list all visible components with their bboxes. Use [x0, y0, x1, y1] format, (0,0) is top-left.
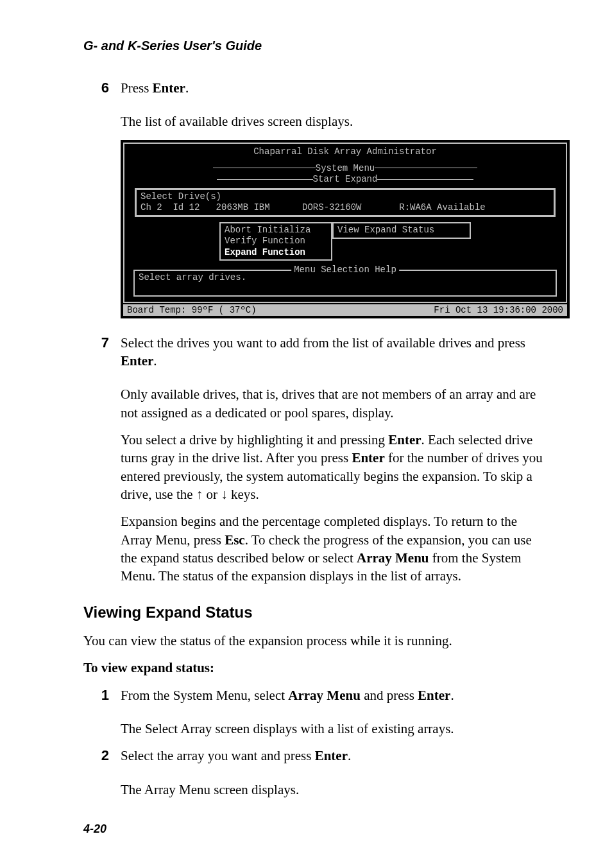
text: .: [185, 80, 189, 96]
help-label: Menu Selection Help: [291, 265, 399, 275]
page-number: 4-20: [83, 822, 106, 836]
status-bar: Board Temp: 99ºF ( 37ºC) Fri Oct 13 19:3…: [123, 304, 567, 316]
verify-line: Verify Function: [225, 236, 327, 247]
step-number: 6: [83, 80, 121, 96]
page-header: G- and K-Series User's Guide: [83, 39, 548, 53]
text: and press: [361, 688, 418, 703]
key-enter: Enter: [388, 432, 421, 447]
view-heading: To view expand status:: [83, 659, 548, 677]
step-number: 7: [83, 334, 121, 351]
key-enter: Enter: [153, 80, 185, 96]
view-intro: You can view the status of the expansion…: [83, 632, 548, 650]
function-row: Abort Initializa Verify Function Expand …: [148, 220, 543, 264]
view-step-1: 1 From the System Menu, select Array Men…: [83, 686, 548, 713]
step-text: Select the drives you want to add from t…: [121, 334, 548, 370]
text: You select a drive by highlighting it an…: [121, 432, 388, 447]
key-enter: Enter: [352, 450, 384, 465]
system-menu-label: System Menu: [148, 163, 543, 175]
page: G- and K-Series User's Guide 6 Press Ent…: [0, 0, 612, 868]
start-expand-label: Start Expand: [148, 174, 543, 186]
select-drives-label: Select Drive(s): [140, 191, 550, 203]
step-after-text: The list of available drives screen disp…: [121, 112, 548, 130]
step-number: 1: [83, 687, 121, 704]
section-heading: Viewing Expand Status: [83, 603, 548, 621]
key-enter: Enter: [418, 688, 450, 703]
text: From the System Menu, select: [121, 688, 288, 703]
key-enter: Enter: [121, 353, 153, 369]
help-box: Menu Selection Help Select array drives.: [133, 270, 557, 297]
view-expand-label: View Expand Status: [337, 225, 466, 236]
key-enter: Enter: [315, 748, 348, 763]
terminal-screenshot: Chaparral Disk Array Administrator Syste…: [121, 140, 570, 318]
array-menu: Array Menu: [288, 688, 361, 703]
step-text: Press Enter.: [121, 79, 548, 97]
terminal-title: Chaparral Disk Array Administrator: [128, 146, 562, 157]
step7-p2: Only available drives, that is, drives t…: [121, 385, 548, 422]
step7-p4: Expansion begins and the percentage comp…: [121, 512, 548, 585]
text: Select the drives you want to add from t…: [121, 335, 525, 351]
step-text: From the System Menu, select Array Menu …: [121, 686, 548, 704]
text: .: [348, 748, 351, 763]
step-text: Select the array you want and press Ente…: [121, 747, 548, 765]
status-left: Board Temp: 99ºF ( 37ºC): [127, 305, 257, 315]
terminal-body: System Menu Start Expand Select Drive(s)…: [148, 163, 543, 264]
select-drives-box: Select Drive(s) Ch 2 Id 12 2063MB IBM DO…: [135, 188, 556, 217]
text: Start Expand: [313, 174, 378, 184]
status-right: Fri Oct 13 19:36:00 2000: [434, 305, 563, 315]
abort-line: Abort Initializa: [225, 225, 327, 236]
terminal-inner: Chaparral Disk Array Administrator Syste…: [123, 143, 567, 303]
view-step-2: 2 Select the array you want and press En…: [83, 747, 548, 774]
step-6: 6 Press Enter.: [83, 79, 548, 106]
array-menu: Array Menu: [357, 550, 429, 566]
step-7: 7 Select the drives you want to add from…: [83, 334, 548, 379]
text: Press: [121, 80, 153, 96]
text: .: [153, 353, 157, 369]
step-number: 2: [83, 747, 121, 764]
text: System Menu: [316, 163, 375, 173]
view-step1-after: The Select Array screen displays with a …: [121, 720, 548, 738]
expand-line: Expand Function: [225, 247, 327, 259]
view-step2-after: The Array Menu screen displays.: [121, 781, 548, 799]
functions-box: Abort Initializa Verify Function Expand …: [219, 222, 332, 261]
text: Select the array you want and press: [121, 748, 315, 763]
key-esc: Esc: [225, 532, 245, 548]
text: .: [450, 688, 454, 703]
step7-p3: You select a drive by highlighting it an…: [121, 431, 548, 503]
view-expand-box: View Expand Status: [332, 222, 471, 239]
drive-row: Ch 2 Id 12 2063MB IBM DORS-32160W R:WA6A…: [140, 202, 550, 214]
